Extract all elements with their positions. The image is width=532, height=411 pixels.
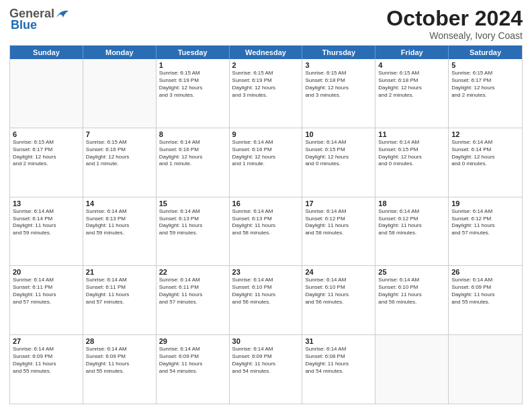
day-info: Sunrise: 6:14 AM Sunset: 6:12 PM Dayligh…	[378, 208, 445, 237]
logo-bird-icon	[55, 8, 70, 20]
day-number: 25	[378, 268, 445, 276]
calendar-cell: 24Sunrise: 6:14 AM Sunset: 6:10 PM Dayli…	[302, 266, 375, 334]
day-info: Sunrise: 6:14 AM Sunset: 6:13 PM Dayligh…	[86, 208, 153, 237]
day-info: Sunrise: 6:14 AM Sunset: 6:09 PM Dayligh…	[86, 346, 153, 375]
calendar-cell: 22Sunrise: 6:14 AM Sunset: 6:11 PM Dayli…	[157, 266, 230, 334]
day-number: 19	[451, 199, 519, 208]
day-info: Sunrise: 6:15 AM Sunset: 6:19 PM Dayligh…	[159, 70, 226, 99]
calendar-cell: 4Sunrise: 6:15 AM Sunset: 6:18 PM Daylig…	[375, 59, 449, 128]
day-number: 9	[232, 130, 300, 138]
day-number: 6	[13, 130, 80, 138]
calendar-cell: 25Sunrise: 6:14 AM Sunset: 6:10 PM Dayli…	[375, 266, 449, 334]
logo-blue: Blue	[11, 18, 37, 32]
day-number: 21	[86, 268, 153, 276]
calendar-cell: 31Sunrise: 6:14 AM Sunset: 6:08 PM Dayli…	[302, 335, 375, 404]
day-info: Sunrise: 6:14 AM Sunset: 6:16 PM Dayligh…	[232, 139, 300, 168]
day-info: Sunrise: 6:15 AM Sunset: 6:18 PM Dayligh…	[378, 70, 445, 99]
calendar-cell: 3Sunrise: 6:15 AM Sunset: 6:18 PM Daylig…	[302, 59, 375, 128]
calendar-header-day: Tuesday	[157, 46, 230, 59]
day-info: Sunrise: 6:15 AM Sunset: 6:17 PM Dayligh…	[451, 70, 519, 99]
day-info: Sunrise: 6:15 AM Sunset: 6:19 PM Dayligh…	[232, 70, 300, 99]
calendar-body: 1Sunrise: 6:15 AM Sunset: 6:19 PM Daylig…	[10, 59, 522, 404]
calendar-cell: 29Sunrise: 6:14 AM Sunset: 6:09 PM Dayli…	[157, 335, 230, 404]
calendar-header-day: Saturday	[449, 46, 522, 59]
day-info: Sunrise: 6:14 AM Sunset: 6:14 PM Dayligh…	[451, 139, 519, 168]
calendar-cell: 21Sunrise: 6:14 AM Sunset: 6:11 PM Dayli…	[83, 266, 157, 334]
day-number: 31	[305, 337, 372, 345]
logo: General Blue	[9, 7, 70, 32]
calendar-cell: 5Sunrise: 6:15 AM Sunset: 6:17 PM Daylig…	[449, 59, 522, 128]
day-info: Sunrise: 6:14 AM Sunset: 6:12 PM Dayligh…	[451, 208, 519, 237]
day-number: 8	[159, 130, 226, 138]
day-number: 17	[305, 199, 372, 208]
day-number: 13	[13, 199, 80, 208]
day-number: 15	[159, 199, 226, 208]
calendar-week: 13Sunrise: 6:14 AM Sunset: 6:14 PM Dayli…	[10, 197, 522, 267]
day-number: 7	[86, 130, 153, 138]
month-title: October 2024	[386, 7, 523, 30]
day-number: 23	[232, 268, 300, 276]
calendar-cell: 18Sunrise: 6:14 AM Sunset: 6:12 PM Dayli…	[375, 197, 449, 266]
calendar-cell: 23Sunrise: 6:14 AM Sunset: 6:10 PM Dayli…	[230, 266, 303, 334]
day-info: Sunrise: 6:14 AM Sunset: 6:09 PM Dayligh…	[232, 346, 300, 375]
day-number: 10	[305, 130, 372, 138]
day-info: Sunrise: 6:15 AM Sunset: 6:18 PM Dayligh…	[305, 70, 372, 99]
day-number: 24	[305, 268, 372, 276]
calendar-cell	[375, 335, 449, 404]
calendar-cell: 20Sunrise: 6:14 AM Sunset: 6:11 PM Dayli…	[10, 266, 83, 334]
day-info: Sunrise: 6:14 AM Sunset: 6:11 PM Dayligh…	[13, 277, 80, 306]
day-number: 12	[451, 130, 519, 138]
day-number: 30	[232, 337, 300, 345]
day-info: Sunrise: 6:14 AM Sunset: 6:12 PM Dayligh…	[305, 208, 372, 237]
calendar-header-day: Monday	[83, 46, 157, 59]
calendar-cell: 17Sunrise: 6:14 AM Sunset: 6:12 PM Dayli…	[302, 197, 375, 266]
calendar-cell	[83, 59, 157, 128]
day-info: Sunrise: 6:14 AM Sunset: 6:16 PM Dayligh…	[159, 139, 226, 168]
day-number: 26	[451, 268, 519, 276]
title-block: October 2024 Wonsealy, Ivory Coast	[386, 7, 523, 41]
calendar-cell: 13Sunrise: 6:14 AM Sunset: 6:14 PM Dayli…	[10, 197, 83, 266]
calendar-cell: 9Sunrise: 6:14 AM Sunset: 6:16 PM Daylig…	[230, 128, 303, 197]
calendar-cell: 26Sunrise: 6:14 AM Sunset: 6:09 PM Dayli…	[449, 266, 522, 334]
calendar-header-day: Thursday	[302, 46, 375, 59]
day-info: Sunrise: 6:14 AM Sunset: 6:09 PM Dayligh…	[451, 277, 519, 306]
day-number: 29	[159, 337, 226, 345]
day-info: Sunrise: 6:14 AM Sunset: 6:09 PM Dayligh…	[13, 346, 80, 375]
calendar-cell: 16Sunrise: 6:14 AM Sunset: 6:13 PM Dayli…	[230, 197, 303, 266]
day-number: 16	[232, 199, 300, 208]
page-header: General Blue October 2024 Wonsealy, Ivor…	[9, 7, 523, 41]
calendar-cell: 10Sunrise: 6:14 AM Sunset: 6:15 PM Dayli…	[302, 128, 375, 197]
calendar-week: 27Sunrise: 6:14 AM Sunset: 6:09 PM Dayli…	[10, 335, 522, 404]
calendar-cell: 14Sunrise: 6:14 AM Sunset: 6:13 PM Dayli…	[83, 197, 157, 266]
day-info: Sunrise: 6:14 AM Sunset: 6:10 PM Dayligh…	[232, 277, 300, 306]
day-info: Sunrise: 6:14 AM Sunset: 6:15 PM Dayligh…	[305, 139, 372, 168]
calendar-cell: 11Sunrise: 6:14 AM Sunset: 6:15 PM Dayli…	[375, 128, 449, 197]
day-info: Sunrise: 6:15 AM Sunset: 6:17 PM Dayligh…	[13, 139, 80, 168]
day-number: 20	[13, 268, 80, 276]
day-info: Sunrise: 6:14 AM Sunset: 6:11 PM Dayligh…	[159, 277, 226, 306]
calendar-cell: 28Sunrise: 6:14 AM Sunset: 6:09 PM Dayli…	[83, 335, 157, 404]
day-info: Sunrise: 6:14 AM Sunset: 6:10 PM Dayligh…	[305, 277, 372, 306]
day-number: 4	[378, 61, 445, 69]
day-info: Sunrise: 6:14 AM Sunset: 6:14 PM Dayligh…	[13, 208, 80, 237]
calendar: SundayMondayTuesdayWednesdayThursdayFrid…	[9, 45, 523, 404]
day-number: 1	[159, 61, 226, 69]
day-number: 5	[451, 61, 519, 69]
calendar-week: 20Sunrise: 6:14 AM Sunset: 6:11 PM Dayli…	[10, 266, 522, 335]
day-info: Sunrise: 6:14 AM Sunset: 6:09 PM Dayligh…	[159, 346, 226, 375]
calendar-header: SundayMondayTuesdayWednesdayThursdayFrid…	[10, 46, 522, 59]
calendar-cell: 1Sunrise: 6:15 AM Sunset: 6:19 PM Daylig…	[157, 59, 230, 128]
day-number: 11	[378, 130, 445, 138]
calendar-cell: 8Sunrise: 6:14 AM Sunset: 6:16 PM Daylig…	[157, 128, 230, 197]
calendar-week: 1Sunrise: 6:15 AM Sunset: 6:19 PM Daylig…	[10, 59, 522, 128]
calendar-cell: 2Sunrise: 6:15 AM Sunset: 6:19 PM Daylig…	[230, 59, 303, 128]
day-info: Sunrise: 6:14 AM Sunset: 6:10 PM Dayligh…	[378, 277, 445, 306]
day-info: Sunrise: 6:15 AM Sunset: 6:16 PM Dayligh…	[86, 139, 153, 168]
day-number: 18	[378, 199, 445, 208]
day-info: Sunrise: 6:14 AM Sunset: 6:08 PM Dayligh…	[305, 346, 372, 375]
calendar-week: 6Sunrise: 6:15 AM Sunset: 6:17 PM Daylig…	[10, 128, 522, 197]
calendar-cell: 15Sunrise: 6:14 AM Sunset: 6:13 PM Dayli…	[157, 197, 230, 266]
day-info: Sunrise: 6:14 AM Sunset: 6:13 PM Dayligh…	[159, 208, 226, 237]
day-info: Sunrise: 6:14 AM Sunset: 6:13 PM Dayligh…	[232, 208, 300, 237]
calendar-cell: 6Sunrise: 6:15 AM Sunset: 6:17 PM Daylig…	[10, 128, 83, 197]
